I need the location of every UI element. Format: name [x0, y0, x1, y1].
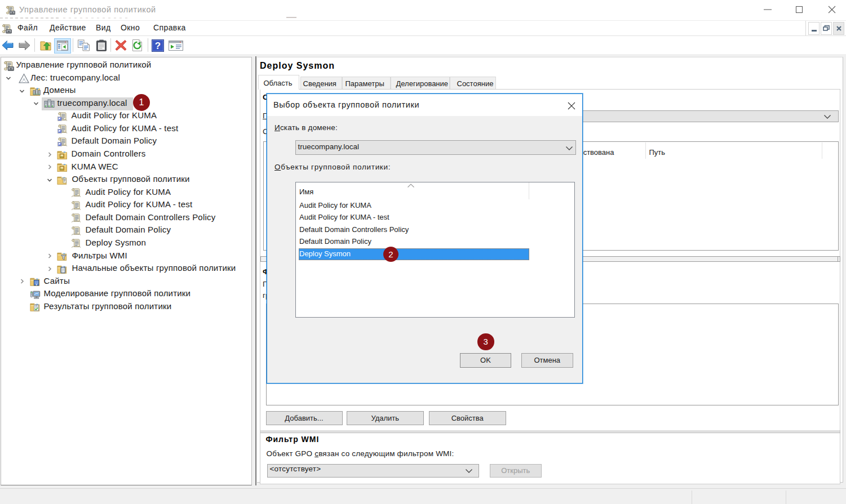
svg-text:?: ?	[155, 41, 161, 51]
